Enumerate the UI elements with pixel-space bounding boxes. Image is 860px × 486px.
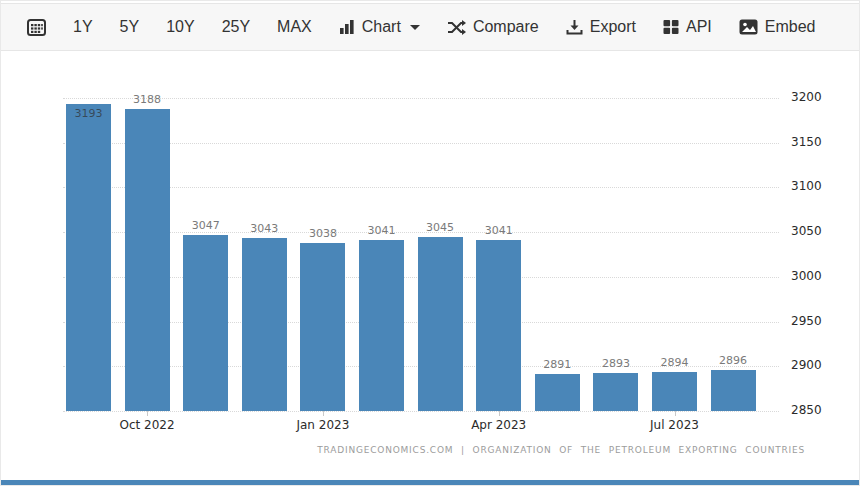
bar[interactable] [300,243,345,411]
bar-value-label: 3193 [59,107,119,120]
y-axis-tick-label: 3050 [791,224,841,238]
bar-value-label: 2896 [703,354,763,367]
chart-region: TRADINGECONOMICS.COM | ORGANIZATION OF T… [1,51,859,485]
chart-toolbar: 1Y 5Y 10Y 25Y MAX Chart [1,3,859,51]
api-label: API [686,19,712,35]
compare-shuffle-icon [447,20,466,35]
calendar-icon [27,18,46,37]
gridline [63,187,779,188]
bar[interactable] [476,240,521,411]
bar[interactable] [359,240,404,411]
bar-value-label: 3045 [410,221,470,234]
bar-value-label: 3038 [293,227,353,240]
bar[interactable] [652,372,697,411]
bottom-scroll-strip[interactable] [1,480,859,485]
x-axis-tick [675,411,676,416]
chart-type-label: Chart [362,19,401,35]
bar[interactable] [125,109,170,411]
bar-value-label: 3188 [117,93,177,106]
y-axis-tick-label: 2900 [791,358,841,372]
chevron-down-icon [410,25,420,30]
y-axis-tick-label: 2850 [791,403,841,417]
y-axis-tick-label: 3150 [791,135,841,149]
range-button-25y[interactable]: 25Y [222,19,250,35]
x-axis-tick-label: Jan 2023 [278,418,368,432]
x-axis-tick [147,411,148,416]
bar-value-label: 2893 [586,357,646,370]
download-icon [566,19,583,36]
bar-value-label: 3047 [176,219,236,232]
compare-button[interactable]: Compare [447,19,539,35]
opec-chart-widget: 1Y 5Y 10Y 25Y MAX Chart [0,0,860,486]
bar[interactable] [66,104,111,411]
bar-value-label: 3041 [352,224,412,237]
bar-value-label: 3041 [469,224,529,237]
range-button-1y[interactable]: 1Y [73,19,93,35]
chart-type-dropdown[interactable]: Chart [339,19,420,35]
x-axis-tick-label: Apr 2023 [454,418,544,432]
y-axis-tick-label: 3000 [791,269,841,283]
bar[interactable] [183,235,228,411]
bar-value-label: 3043 [234,222,294,235]
api-button[interactable]: API [663,19,712,35]
embed-image-icon [739,19,758,35]
bar-chart-icon [339,19,355,35]
calendar-button[interactable] [27,18,46,37]
bar-value-label: 2894 [645,356,705,369]
bar[interactable] [593,373,638,411]
range-button-10y[interactable]: 10Y [166,19,194,35]
bar[interactable] [711,370,756,411]
x-axis-tick-label: Oct 2022 [102,418,192,432]
x-axis-tick-label: Jul 2023 [630,418,720,432]
x-axis-tick [323,411,324,416]
y-axis-tick-label: 3100 [791,179,841,193]
range-button-5y[interactable]: 5Y [120,19,140,35]
export-label: Export [590,19,636,35]
bar-value-label: 2891 [527,358,587,371]
embed-button[interactable]: Embed [739,19,816,35]
gridline [63,143,779,144]
bar[interactable] [242,238,287,411]
bar[interactable] [535,374,580,411]
y-axis-tick-label: 3200 [791,90,841,104]
embed-label: Embed [765,19,816,35]
export-button[interactable]: Export [566,19,636,36]
api-grid-icon [663,19,679,35]
range-button-max[interactable]: MAX [277,19,312,35]
x-axis-tick [499,411,500,416]
gridline [63,411,779,412]
y-axis-tick-label: 2950 [791,314,841,328]
bar[interactable] [418,237,463,411]
compare-label: Compare [473,19,539,35]
attribution-text: TRADINGECONOMICS.COM | ORGANIZATION OF T… [317,445,805,455]
